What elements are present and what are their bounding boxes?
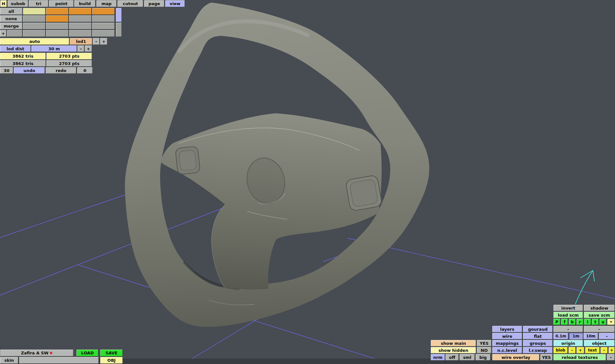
undo-button[interactable]: undo [14, 67, 45, 74]
gouraud-button[interactable]: gouraud [523, 326, 553, 332]
subobj-blank-label [7, 30, 22, 37]
subobj-cell[interactable] [23, 15, 45, 22]
mappings-button[interactable]: mappings [492, 340, 522, 346]
undo-count: 30 [0, 67, 13, 74]
menu-item-map[interactable]: map [96, 0, 117, 7]
unsaved-indicator-icon: ✱ [49, 351, 53, 355]
flag-b-button[interactable]: b [569, 319, 576, 325]
nrm-big-button[interactable]: big [476, 354, 490, 360]
viewport-3d[interactable] [0, 0, 615, 364]
text-minus-button[interactable]: – [601, 347, 608, 353]
menu-item-h[interactable]: H [0, 0, 7, 7]
lod-dist-value[interactable]: 30 m [31, 45, 77, 52]
subobj-cell[interactable] [92, 8, 115, 15]
flag-t-button[interactable]: t [592, 319, 599, 325]
subobj-scroll-lower[interactable] [116, 23, 122, 37]
subobj-scroll-upper[interactable] [116, 8, 122, 22]
nrm-sml-button[interactable]: sml [460, 354, 475, 360]
redo-button[interactable]: redo [46, 67, 76, 74]
save-button[interactable]: SAVE [100, 350, 123, 356]
record-dot-button[interactable]: • [607, 319, 615, 325]
shadow-button[interactable]: shadow [584, 305, 615, 311]
steering-wheel-model[interactable] [125, 3, 429, 327]
flag-r-button[interactable]: r [577, 319, 583, 325]
nrm-button[interactable]: nrm [431, 354, 445, 360]
blob-plus-button[interactable]: + [577, 347, 584, 353]
subobj-cell[interactable] [46, 15, 69, 22]
show-main-state[interactable]: YES [477, 340, 491, 346]
lr-swap-button[interactable]: l.r.swap [523, 347, 553, 353]
subobj-cell[interactable] [23, 23, 45, 29]
stats-pts-current: 2703 pts [46, 53, 92, 60]
wire-overlay-button[interactable]: wire overlay [492, 354, 539, 360]
right-button-pod [345, 175, 382, 211]
load-scm-button[interactable]: load scm [554, 312, 583, 318]
grid-minus-button[interactable]: – [599, 333, 615, 339]
lod-current-button[interactable]: lod1 [70, 38, 92, 45]
text-plus-button[interactable]: + [609, 347, 615, 353]
blob-button[interactable]: blob [554, 347, 568, 353]
object-button[interactable]: object [584, 340, 615, 346]
lod-plus-button[interactable]: + [100, 38, 107, 45]
subobj-merge-button[interactable]: merge [0, 23, 22, 29]
flat-button[interactable]: flat [523, 333, 553, 339]
menu-item-page[interactable]: page [144, 0, 164, 7]
show-main-button[interactable]: show main [431, 340, 476, 346]
subobj-cell[interactable] [92, 23, 115, 29]
lod-dist-plus-button[interactable]: + [85, 45, 92, 52]
menu-item-build[interactable]: build [74, 0, 95, 7]
grid-10m-button[interactable]: 10m [584, 333, 598, 339]
skin-button[interactable]: skin [0, 357, 18, 364]
flag-l-button[interactable]: l [584, 319, 591, 325]
menu-item-subob[interactable]: subob [8, 0, 28, 7]
subobj-cell[interactable] [69, 30, 92, 37]
lod-auto-button[interactable]: auto [0, 38, 69, 45]
subobj-add-button[interactable]: + [0, 30, 6, 37]
lod-minus-button[interactable]: – [93, 38, 100, 45]
subobj-cell[interactable] [46, 8, 69, 15]
menu-item-point[interactable]: point [49, 0, 74, 7]
load-button[interactable]: LOAD [77, 350, 98, 356]
subobj-cell[interactable] [46, 30, 69, 37]
obj-export-button[interactable]: OBJ [100, 357, 123, 364]
skin-name-field[interactable] [19, 357, 99, 364]
menu-item-cutout[interactable]: cutout [118, 0, 143, 7]
gouraud-dash-button[interactable]: – [584, 326, 615, 332]
layers-button[interactable]: layers [492, 326, 522, 332]
groups-button[interactable]: groups [523, 340, 553, 346]
flag-u-button[interactable]: u [600, 319, 606, 325]
subobj-cell[interactable] [69, 23, 92, 29]
menu-item-view[interactable]: view [165, 0, 185, 7]
subobj-cell[interactable] [23, 30, 45, 37]
menu-item-tri[interactable]: tri [29, 0, 48, 7]
nrm-off-button[interactable]: off [446, 354, 459, 360]
origin-button[interactable]: origin [554, 340, 583, 346]
nc-level-button[interactable]: n.c.level [492, 347, 522, 353]
subobj-all-button[interactable]: all [0, 8, 22, 15]
grid-01m-button[interactable]: 0.1m [554, 333, 568, 339]
grid-1m-button[interactable]: 1m [569, 333, 583, 339]
subobj-cell[interactable] [92, 15, 115, 22]
flag-p-button[interactable]: P [554, 319, 560, 325]
layers-dash-button[interactable]: – [554, 326, 583, 332]
reload-textures-button[interactable]: reload textures [554, 354, 606, 360]
show-hidden-state[interactable]: NO [477, 347, 491, 353]
subobj-cell[interactable] [69, 15, 92, 22]
blob-minus-button[interactable]: – [569, 347, 576, 353]
subobj-cell[interactable] [69, 8, 92, 15]
redo-count: 0 [77, 67, 93, 74]
file-name-button[interactable]: Zafira A SW ✱ [0, 350, 73, 356]
subobj-cell[interactable] [23, 8, 45, 15]
show-hidden-button[interactable]: show hidden [431, 347, 476, 353]
text-button[interactable]: text [585, 347, 600, 353]
invert-button[interactable]: invert [554, 305, 583, 311]
save-scm-button[interactable]: save scm [584, 312, 615, 318]
flag-f-button[interactable]: f [561, 319, 568, 325]
reload-minus-button[interactable]: – [607, 354, 615, 360]
lod-dist-minus-button[interactable]: – [78, 45, 84, 52]
wire-overlay-state[interactable]: YES [540, 354, 553, 360]
subobj-cell[interactable] [46, 23, 69, 29]
subobj-none-button[interactable]: none [0, 15, 22, 22]
wire-button[interactable]: wire [492, 333, 522, 339]
subobj-cell[interactable] [92, 30, 115, 37]
